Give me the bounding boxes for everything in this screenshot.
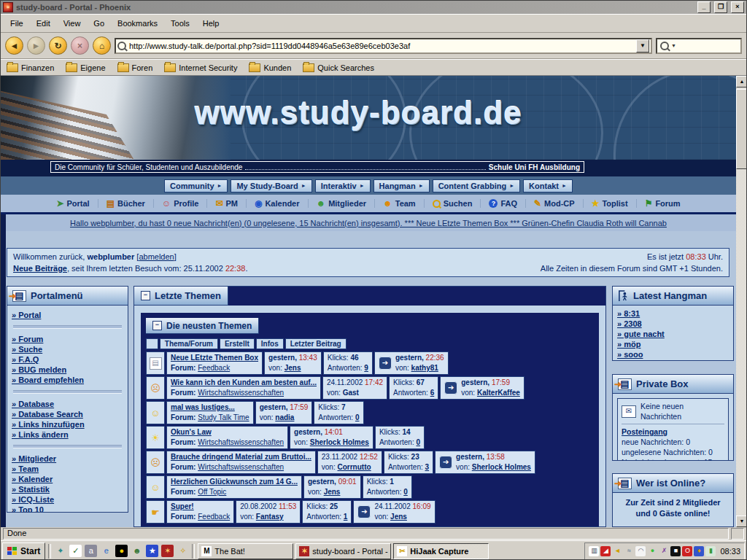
- lastpost-by-link[interactable]: KalterKaffee: [477, 389, 520, 397]
- bookmark-quick-searches[interactable]: Quick Searches: [303, 63, 374, 72]
- topic-title-link[interactable]: mal was lustiges...: [171, 402, 249, 413]
- scroll-up-button[interactable]: ▲: [736, 76, 747, 88]
- sidebar-item-mitglieder[interactable]: » Mitglieder: [12, 454, 123, 464]
- bookmark-internet-security[interactable]: Internet Security: [164, 63, 237, 72]
- nav-team[interactable]: ☻Team: [375, 199, 425, 208]
- go-to-last-post-icon[interactable]: ➔: [439, 456, 452, 469]
- nav-kontakt[interactable]: Kontakt►: [523, 179, 573, 192]
- nav-pm[interactable]: ✉PM: [207, 199, 247, 208]
- nav-community[interactable]: Community►: [164, 179, 228, 192]
- menu-go[interactable]: Go: [87, 17, 111, 30]
- antworten-link[interactable]: 0: [355, 413, 360, 421]
- search-engine-dropdown-icon[interactable]: ▼: [671, 43, 676, 48]
- created-by-link[interactable]: Jens: [285, 364, 301, 372]
- forward-button[interactable]: ►: [27, 36, 45, 55]
- topic-title-link[interactable]: Super!: [171, 502, 230, 512]
- opera-icon[interactable]: O: [682, 546, 692, 556]
- menu-view[interactable]: View: [57, 17, 88, 30]
- forum-link[interactable]: Feedback: [198, 364, 230, 372]
- sidebar-item-links-hinzuf-gen[interactable]: » Links hinzufügen: [12, 419, 123, 429]
- sidebar-item-database[interactable]: » Database: [12, 399, 123, 409]
- colors-icon[interactable]: ♦: [694, 546, 704, 556]
- nav-hangman[interactable]: Hangman►: [374, 179, 430, 192]
- topic-title-link[interactable]: Neue LEtzte Themen Box: [171, 353, 258, 363]
- bookmark-foren[interactable]: Foren: [117, 63, 153, 72]
- hangman-item-gute-nacht[interactable]: » gute nacht: [617, 329, 729, 339]
- antworten-link[interactable]: 6: [430, 389, 435, 397]
- nav-mitglieder[interactable]: ☻Mitglieder: [309, 199, 376, 208]
- nav-forum[interactable]: ⚑Forum: [637, 199, 689, 208]
- nav-kalender[interactable]: ◉Kalender: [247, 199, 309, 208]
- antworten-link[interactable]: 3: [425, 463, 430, 471]
- nav-interaktiv[interactable]: Interaktiv►: [315, 179, 371, 192]
- forum-link[interactable]: Wirtschaftswissenschaften: [198, 463, 284, 471]
- sidebar-item-forum[interactable]: » Forum: [12, 334, 123, 344]
- start-button[interactable]: Start: [2, 542, 45, 560]
- forum-link[interactable]: Feedback: [198, 513, 230, 521]
- nav-portal[interactable]: ➤Portal: [48, 199, 98, 208]
- tweak-icon[interactable]: ✗: [659, 546, 669, 556]
- forum-link[interactable]: Study Talk Time: [198, 413, 249, 421]
- nav-content-grabbing[interactable]: Content Grabbing►: [433, 179, 520, 192]
- url-text[interactable]: http://www.study-talk.de/portal.php?sid=…: [129, 42, 633, 50]
- antworten-link[interactable]: 0: [416, 438, 420, 446]
- stop-button[interactable]: ×: [71, 36, 89, 55]
- keys-icon[interactable]: ✧: [177, 545, 189, 557]
- messenger-icon[interactable]: ●: [647, 546, 657, 556]
- satellite-icon[interactable]: ✦: [54, 545, 66, 557]
- mouse-icon[interactable]: ◠: [635, 546, 646, 556]
- ie-icon[interactable]: e: [100, 545, 112, 557]
- lastpost-by-link[interactable]: Jens: [390, 513, 407, 521]
- task-button-study-board-portal-[interactable]: ✶study-board - Portal - ...: [295, 543, 391, 559]
- sidebar-item-suche[interactable]: » Suche: [12, 344, 123, 354]
- collapse-icon[interactable]: −: [152, 321, 162, 330]
- network-icon[interactable]: ▮: [705, 546, 716, 556]
- vertical-scrollbar[interactable]: ▲ ▼: [736, 76, 747, 527]
- lastpost-by-link[interactable]: kathy81: [411, 364, 438, 372]
- back-button[interactable]: ◄: [5, 36, 23, 55]
- antworten-link[interactable]: 9: [364, 364, 368, 372]
- sidebar-item-database-search[interactable]: » Database Search: [12, 409, 123, 419]
- sidebar-item-icq-liste[interactable]: » ICQ-Liste: [12, 494, 123, 505]
- hangman-item-8-31[interactable]: » 8:31: [617, 308, 729, 319]
- new-posts-link[interactable]: Neue Beiträge: [13, 264, 67, 273]
- url-bar[interactable]: http://www.study-talk.de/portal.php?sid=…: [115, 38, 652, 54]
- nav-suchen[interactable]: Suchen: [425, 199, 481, 208]
- minimize-button[interactable]: _: [697, 1, 711, 13]
- sidebar-item-top-10[interactable]: » Top 10: [12, 505, 123, 513]
- notes-icon[interactable]: ✓: [69, 545, 82, 557]
- restore-button[interactable]: ❒: [714, 1, 727, 13]
- nav-toplist[interactable]: ★Toplist: [584, 199, 637, 208]
- lastpost-by-link[interactable]: Sherlock Holmes: [472, 463, 531, 471]
- sidebar-item-f-a-q[interactable]: » F.A.Q: [12, 354, 123, 365]
- title-bar[interactable]: ✶ study-board - Portal - Phoenix _ ❒ ×: [1, 1, 746, 14]
- nav-b-cher[interactable]: ▤Bücher: [98, 199, 154, 208]
- sidebar-item-team[interactable]: » Team: [12, 464, 123, 474]
- news-ticker[interactable]: Hallo webplumber, du hast 0 neue Nachric…: [1, 214, 736, 231]
- bookmark-finanzen[interactable]: Finanzen: [7, 63, 54, 72]
- task-button-hijaak-capture[interactable]: ✂HiJaak Capture: [393, 543, 489, 559]
- sidebar-item-kalender[interactable]: » Kalender: [12, 474, 123, 484]
- menu-tools[interactable]: Tools: [164, 17, 196, 30]
- batman-icon[interactable]: ●: [115, 545, 128, 557]
- created-by-link[interactable]: Corrnutto: [338, 463, 371, 471]
- sidebar-item-statistik[interactable]: » Statistik: [12, 484, 123, 494]
- sidebar-item-bug-melden[interactable]: » BUG melden: [12, 365, 123, 375]
- scrollbar-thumb[interactable]: [736, 89, 747, 169]
- topic-title-link[interactable]: Wie kann ich den Kunden am besten auf...: [171, 378, 317, 388]
- antworten-link[interactable]: 0: [403, 488, 408, 496]
- forum-link[interactable]: Off Topic: [198, 488, 226, 496]
- collapse-icon[interactable]: −: [141, 291, 150, 300]
- go-to-last-post-icon[interactable]: ➔: [379, 357, 392, 370]
- topic-title-link[interactable]: Herzlichen Glückwunsch zum 14 G...: [171, 477, 298, 487]
- phoenix-icon[interactable]: ✶: [161, 545, 174, 557]
- nav-faq[interactable]: ?FAQ: [481, 199, 526, 208]
- hangman-item-sooo[interactable]: » sooo: [617, 349, 729, 359]
- sidebar-item-portal[interactable]: » Portal: [12, 310, 123, 320]
- menu-file[interactable]: File: [4, 17, 30, 30]
- reload-button[interactable]: ↻: [49, 36, 67, 55]
- sidebar-item-links-ndern[interactable]: » Links ändern: [12, 429, 123, 440]
- volume-icon[interactable]: ◄: [612, 546, 622, 556]
- forum-link[interactable]: Wirtschaftswissenschaften: [198, 438, 284, 446]
- topic-title-link[interactable]: Brauche dringend Material zum Bruttoi...: [171, 452, 311, 462]
